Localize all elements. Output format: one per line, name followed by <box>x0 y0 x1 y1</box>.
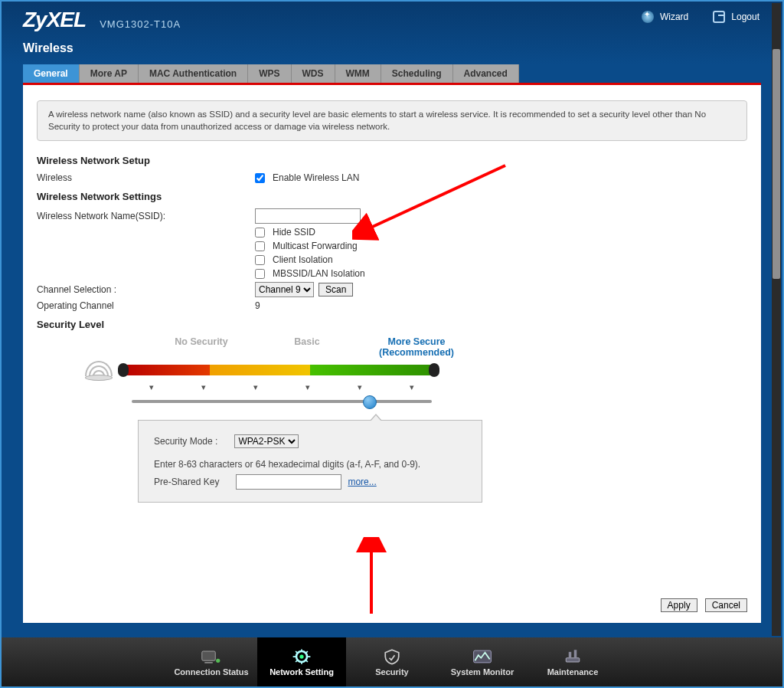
nav-security[interactable]: Security <box>348 637 436 686</box>
tab-advanced[interactable]: Advanced <box>453 64 519 83</box>
security-color-bar <box>122 365 435 375</box>
logout-icon <box>713 11 725 23</box>
page-title: Wireless <box>23 41 761 55</box>
operating-channel-value: 9 <box>255 300 260 311</box>
logout-link[interactable]: Logout <box>713 11 760 23</box>
network-setting-icon <box>291 648 312 665</box>
cancel-button[interactable]: Cancel <box>705 598 747 612</box>
nav-label: System Monitor <box>451 667 514 677</box>
wizard-icon <box>642 11 654 23</box>
maintenance-icon <box>562 648 583 665</box>
multicast-checkbox[interactable] <box>255 241 265 251</box>
hide-ssid-checkbox[interactable] <box>255 228 265 238</box>
nav-label: Network Setting <box>270 667 334 677</box>
logo: ZyXEL <box>23 8 86 32</box>
bottom-nav: Connection StatusNetwork SettingSecurity… <box>2 637 782 686</box>
tab-scheduling[interactable]: Scheduling <box>381 64 453 83</box>
connection-status-icon <box>201 648 222 665</box>
tab-wps[interactable]: WPS <box>248 64 291 83</box>
security-panel: Security Mode : WPA2-PSK Enter 8-63 char… <box>138 420 482 503</box>
tab-wds[interactable]: WDS <box>292 64 335 83</box>
channel-select[interactable]: Channel 9 <box>255 282 314 297</box>
annotation-arrow-psk <box>333 537 410 621</box>
security-level-basic: Basic <box>259 336 355 358</box>
client-isolation-label: Client Isolation <box>273 254 333 265</box>
info-box: A wireless network name (also known as S… <box>37 100 747 141</box>
security-hint: Enter 8-63 characters or 64 hexadecimal … <box>154 459 466 470</box>
ssid-input[interactable] <box>255 208 361 224</box>
scrollbar[interactable] <box>772 3 781 636</box>
wizard-label: Wizard <box>660 11 688 22</box>
ssid-label: Wireless Network Name(SSID): <box>37 211 255 221</box>
enable-lan-label: Enable Wireless LAN <box>273 172 359 183</box>
model-name: VMG1302-T10A <box>100 18 181 30</box>
mbssid-checkbox[interactable] <box>255 269 265 279</box>
header: ZyXEL VMG1302-T10A Wizard Logout Wireles… <box>2 2 782 64</box>
multicast-label: Multicast Forwarding <box>273 241 358 251</box>
psk-input[interactable] <box>236 474 341 490</box>
section-security-title: Security Level <box>37 319 747 330</box>
svg-rect-8 <box>566 657 580 661</box>
nav-system-monitor[interactable]: System Monitor <box>438 637 527 686</box>
enable-lan-checkbox[interactable] <box>255 173 265 183</box>
svg-point-4 <box>216 658 220 662</box>
svg-rect-2 <box>202 651 216 660</box>
tab-wmm[interactable]: WMM <box>335 64 381 83</box>
hide-ssid-label: Hide SSID <box>273 227 315 238</box>
tab-mac-authentication[interactable]: MAC Authentication <box>139 64 248 83</box>
logout-label: Logout <box>731 11 760 22</box>
nav-label: Connection Status <box>174 667 248 677</box>
security-mode-select[interactable]: WPA2-PSK <box>234 434 299 448</box>
more-link[interactable]: more... <box>348 477 376 487</box>
tab-general[interactable]: General <box>23 64 80 83</box>
security-level-more: More Secure (Recommended) <box>355 336 478 358</box>
security-mode-label: Security Mode : <box>154 436 217 447</box>
section-setup-title: Wireless Network Setup <box>37 155 747 166</box>
svg-rect-3 <box>204 662 213 663</box>
channel-label: Channel Selection : <box>37 284 255 295</box>
security-icon <box>381 648 403 665</box>
operating-channel-label: Operating Channel <box>37 300 255 311</box>
nav-label: Maintenance <box>547 667 599 677</box>
security-ticks: ▾▾▾▾▾▾ <box>126 382 747 392</box>
scan-button[interactable]: Scan <box>318 283 353 296</box>
security-slider-thumb[interactable] <box>363 395 377 409</box>
svg-rect-10 <box>574 650 577 658</box>
scrollbar-thumb[interactable] <box>773 49 780 279</box>
nav-connection-status[interactable]: Connection Status <box>167 637 256 686</box>
nav-maintenance[interactable]: Maintenance <box>528 637 617 686</box>
svg-rect-9 <box>569 651 572 657</box>
tab-more-ap[interactable]: More AP <box>80 64 139 83</box>
security-level-none: No Security <box>144 336 259 358</box>
main-panel: A wireless network name (also known as S… <box>23 85 761 623</box>
system-monitor-icon <box>472 648 493 665</box>
tab-bar: GeneralMore APMAC AuthenticationWPSWDSWM… <box>23 64 761 83</box>
nav-network-setting[interactable]: Network Setting <box>257 637 346 686</box>
client-isolation-checkbox[interactable] <box>255 255 265 265</box>
wireless-label: Wireless <box>37 172 255 183</box>
security-slider[interactable] <box>132 400 432 403</box>
wizard-link[interactable]: Wizard <box>642 11 688 23</box>
apply-button[interactable]: Apply <box>661 598 697 612</box>
nav-label: Security <box>375 667 408 677</box>
svg-point-6 <box>299 654 303 658</box>
wifi-icon <box>83 361 115 381</box>
mbssid-label: MBSSID/LAN Isolation <box>273 268 365 279</box>
psk-label: Pre-Shared Key <box>154 477 219 487</box>
section-settings-title: Wireless Network Settings <box>37 191 747 202</box>
